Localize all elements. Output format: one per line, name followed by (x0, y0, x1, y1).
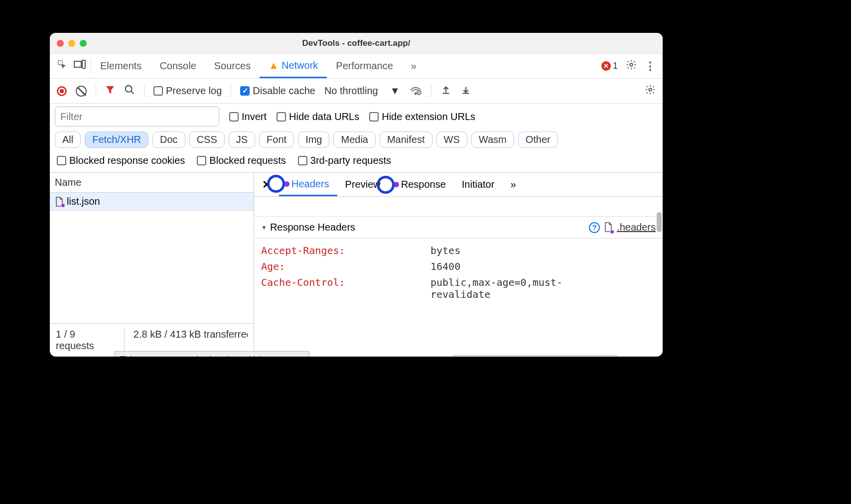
filter-ws[interactable]: WS (436, 131, 467, 148)
header-row: Age: 16400 (261, 258, 656, 274)
detail-tabs: ✕ Headers Preview Response Initiator » (254, 173, 663, 197)
svg-point-8 (649, 88, 652, 91)
tab-console[interactable]: Console (150, 54, 205, 78)
download-icon[interactable] (460, 84, 471, 98)
file-overridden-icon (55, 197, 64, 207)
filter-css[interactable]: CSS (189, 131, 225, 148)
header-name: Accept-Ranges: (261, 245, 430, 256)
filter-font[interactable]: Font (259, 131, 294, 148)
filter-wasm[interactable]: Wasm (471, 131, 514, 148)
panel-settings-icon[interactable] (645, 84, 656, 98)
invert-checkbox[interactable]: Invert (229, 111, 267, 123)
network-conditions-icon[interactable] (409, 84, 422, 98)
scrollbar[interactable] (657, 212, 662, 232)
filter-icon[interactable] (105, 85, 115, 97)
header-row: Cache-Control: public,max-age=0,must-rev… (261, 274, 656, 302)
svg-point-4 (126, 86, 132, 92)
tab-sources[interactable]: Sources (205, 54, 260, 78)
hide-ext-urls-checkbox[interactable]: Hide extension URLs (369, 111, 475, 123)
close-detail-button[interactable]: ✕ (254, 178, 279, 191)
detail-tab-headers[interactable]: Headers (279, 173, 337, 196)
clear-button[interactable] (76, 86, 87, 97)
main-tabs: Elements Console Sources ▲ Network Perfo… (50, 54, 663, 79)
filter-manifest[interactable]: Manifest (380, 131, 432, 148)
request-count: 1 / 9 requests (56, 329, 114, 352)
warning-icon: ▲ (269, 60, 279, 71)
header-name: Age: (261, 260, 430, 272)
request-list-pane: Name list.json 1 / 9 requests 2.8 kB / 4… (50, 173, 254, 357)
headers-file-link[interactable]: .headers (617, 222, 656, 233)
settings-icon[interactable] (626, 59, 637, 73)
header-value: 16400 (430, 260, 460, 272)
svg-point-6 (415, 93, 416, 95)
detail-tab-response[interactable]: Response (389, 173, 454, 196)
response-headers-section[interactable]: ▼ Response Headers ? .headers (254, 217, 663, 239)
detail-tab-initiator[interactable]: Initiator (454, 173, 503, 196)
disable-cache-checkbox[interactable]: Disable cache (240, 85, 315, 97)
third-party-checkbox[interactable]: 3rd-party requests (298, 155, 391, 166)
detail-tab-overflow[interactable]: » (502, 173, 524, 196)
header-value: bytes (430, 245, 460, 256)
network-body: Name list.json 1 / 9 requests 2.8 kB / 4… (50, 173, 663, 357)
error-count[interactable]: ✕ 1 (601, 61, 618, 71)
filter-img[interactable]: Img (298, 131, 329, 148)
type-filter-row: All Fetch/XHR Doc CSS JS Font Img Media … (50, 129, 663, 153)
preserve-log-checkbox[interactable]: Preserve log (153, 85, 222, 97)
upload-icon[interactable] (440, 84, 451, 98)
blocked-cookies-checkbox[interactable]: Blocked response cookies (57, 155, 185, 166)
fullscreen-window-button[interactable] (80, 40, 87, 47)
close-window-button[interactable] (57, 40, 64, 47)
inspect-icon[interactable] (57, 59, 68, 73)
transfer-size: 2.8 kB / 413 kB transferred (124, 329, 248, 352)
filter-media[interactable]: Media (333, 131, 375, 148)
blocked-requests-checkbox[interactable]: Blocked requests (197, 155, 285, 166)
disclosure-triangle-icon: ▼ (261, 224, 267, 231)
svg-line-5 (132, 92, 134, 94)
header-name: Cache-Control: (261, 276, 430, 300)
minimize-window-button[interactable] (68, 40, 75, 47)
extra-filters-row: Blocked response cookies Blocked request… (50, 153, 663, 173)
throttling-select[interactable]: No throttling ▼ (324, 85, 400, 97)
tab-overflow[interactable]: » (402, 54, 426, 78)
header-value: public,max-age=0,must-revalidate (430, 276, 590, 300)
svg-point-3 (630, 63, 633, 66)
override-indicator-icon (284, 181, 289, 187)
help-icon[interactable]: ? (589, 222, 600, 233)
tooltip-headers-override: This response contains headers which are… (115, 351, 309, 357)
devtools-window: DevTools - coffee-cart.app/ Elements Con… (50, 33, 663, 357)
request-row[interactable]: list.json (50, 193, 254, 211)
detail-tab-preview[interactable]: Preview (337, 173, 389, 196)
svg-rect-2 (82, 60, 85, 68)
filter-other[interactable]: Other (518, 131, 558, 148)
filter-fetch-xhr[interactable]: Fetch/XHR (85, 131, 148, 148)
filter-all[interactable]: All (55, 131, 81, 148)
request-name: list.json (67, 196, 100, 207)
filter-bar: Invert Hide data URLs Hide extension URL… (50, 104, 663, 129)
tab-performance[interactable]: Performance (327, 54, 402, 78)
override-indicator-icon (394, 182, 399, 187)
window-title: DevTools - coffee-cart.app/ (302, 38, 411, 48)
svg-rect-1 (74, 61, 81, 67)
general-section-collapsed[interactable] (254, 197, 663, 217)
more-icon[interactable]: ⋮ (645, 60, 656, 73)
chevron-down-icon: ▼ (390, 85, 400, 97)
filter-doc[interactable]: Doc (152, 131, 185, 148)
network-toolbar: Preserve log Disable cache No throttling… (50, 79, 663, 104)
error-icon: ✕ (601, 61, 611, 71)
request-detail-pane: ✕ Headers Preview Response Initiator » (254, 173, 663, 357)
header-row: Accept-Ranges: bytes (261, 243, 656, 258)
headers-list: Accept-Ranges: bytes Age: 16400 Cache-Co… (254, 239, 663, 357)
name-column-header[interactable]: Name (50, 173, 254, 193)
device-toggle-icon[interactable] (74, 60, 86, 72)
search-icon[interactable] (124, 84, 135, 98)
window-titlebar: DevTools - coffee-cart.app/ (50, 33, 663, 54)
filter-js[interactable]: JS (229, 131, 255, 148)
tab-network[interactable]: ▲ Network (260, 54, 327, 78)
filter-input[interactable] (55, 107, 219, 126)
tab-elements[interactable]: Elements (91, 54, 150, 78)
traffic-lights (57, 40, 87, 47)
record-button[interactable] (57, 86, 67, 96)
hide-data-urls-checkbox[interactable]: Hide data URLs (277, 111, 359, 123)
tooltip-response-override: This response is overridden by DevTools (453, 355, 617, 357)
file-overridden-icon (604, 222, 613, 233)
